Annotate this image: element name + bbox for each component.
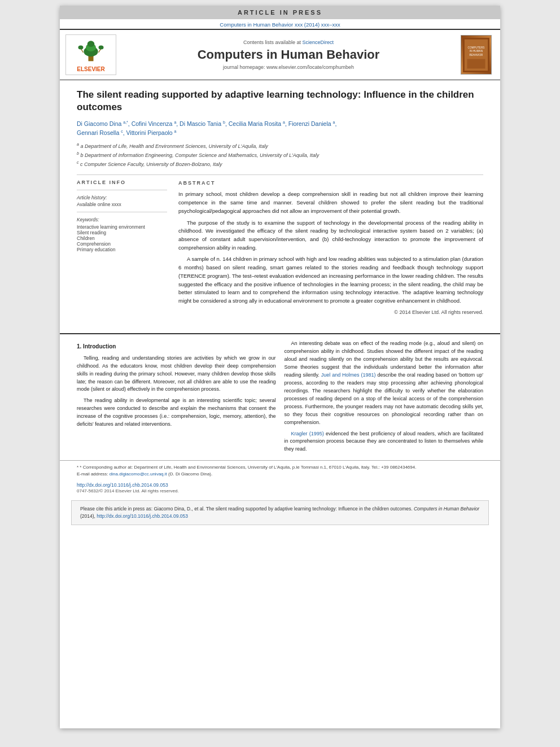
journal-homepage: journal homepage: www.elsevier.com/locat… — [122, 64, 455, 70]
article-title: The silent reading supported by adaptive… — [77, 89, 483, 113]
abstract-label: ABSTRACT — [178, 180, 483, 187]
footnote-corresponding: * * Corresponding author at: Department … — [77, 464, 483, 471]
contents-line: Contents lists available at ScienceDirec… — [122, 40, 455, 45]
keyword-2: Silent reading — [77, 230, 167, 235]
email-label: E-mail address: — [77, 471, 108, 477]
svg-text:COMPUTERS: COMPUTERS — [468, 46, 485, 49]
body-columns: 1. Introduction Telling, reading and und… — [60, 340, 500, 457]
intro-p2: The reading ability in developmental age… — [77, 397, 276, 429]
svg-point-7 — [99, 45, 104, 49]
journal-header: ELSEVIER Contents lists available at Sci… — [60, 29, 500, 80]
divider-under-label — [77, 190, 167, 190]
email-link[interactable]: dina.digiacomo@cc.univaq.it — [110, 471, 167, 477]
citation-journal: Computers in Human Behavior — [414, 506, 479, 512]
juel-holmes-ref[interactable]: Juel and Holmes (1981) — [321, 372, 376, 378]
affil-a: a a Department of Life, Health and Envir… — [77, 141, 483, 150]
kragler-ref[interactable]: Kragler (1995) — [291, 431, 324, 436]
keywords-label: Keywords: — [77, 217, 167, 222]
authors: Di Giacomo Dina a,*, Cofini Vincenza a, … — [77, 119, 483, 138]
citation-year: (2014), — [80, 513, 95, 519]
doi-text: Computers in Human Behavior xxx (2014) x… — [220, 21, 340, 28]
main-content: The silent reading supported by adaptive… — [60, 80, 500, 327]
elsevier-tree-icon — [74, 37, 108, 63]
intro-p1: Telling, reading and understanding stori… — [77, 355, 276, 394]
journal-cover-image: COMPUTERS IN HUMAN BEHAVIOR — [461, 35, 492, 75]
authors-text: Di Giacomo Dina a,*, Cofini Vincenza a, … — [77, 120, 336, 136]
journal-thumbnail: COMPUTERS IN HUMAN BEHAVIOR — [461, 35, 495, 75]
doi-link[interactable]: http://dx.doi.org/10.1016/j.chb.2014.09.… — [77, 482, 483, 488]
elsevier-logo: ELSEVIER — [65, 34, 116, 75]
affil-b: b b Department of Information Engineerin… — [77, 150, 483, 159]
body-col-left: 1. Introduction Telling, reading and und… — [77, 340, 276, 457]
journal-center: Contents lists available at ScienceDirec… — [122, 40, 455, 70]
svg-text:BEHAVIOR: BEHAVIOR — [470, 53, 483, 56]
citation-prefix: Please cite this article in press as: Gi… — [80, 506, 414, 512]
affil-c: c c Computer Science Faculty, University… — [77, 159, 483, 168]
keyword-1: Interactive learning environment — [77, 224, 167, 230]
article-info-col: ARTICLE INFO Article history: Available … — [77, 180, 167, 316]
intro-p3: An interesting debate was on effect of t… — [285, 340, 484, 426]
intro-heading: 1. Introduction — [77, 342, 276, 351]
doi-line: Computers in Human Behavior xxx (2014) x… — [60, 19, 500, 29]
affiliations: a a Department of Life, Health and Envir… — [77, 141, 483, 169]
email-suffix: (D. Di Giacomo Dina). — [168, 471, 212, 477]
divider-1 — [77, 174, 483, 175]
svg-text:IN HUMAN: IN HUMAN — [470, 50, 483, 53]
citation-box: Please cite this article in press as: Gi… — [71, 500, 489, 525]
svg-point-6 — [78, 45, 84, 49]
abstract-p2: The purpose of the study is to examine t… — [178, 219, 483, 252]
keyword-3: Children — [77, 235, 167, 241]
aip-text: ARTICLE IN PRESS — [238, 9, 322, 16]
journal-title: Computers in Human Behavior — [122, 47, 455, 62]
footnote-area: * * Corresponding author at: Department … — [60, 460, 500, 480]
bottom-links: http://dx.doi.org/10.1016/j.chb.2014.09.… — [60, 480, 500, 496]
citation-doi-link[interactable]: http://dx.doi.org/10.1016/j.chb.2014.09.… — [97, 513, 188, 519]
sciencedirect-link[interactable]: ScienceDirect — [303, 40, 334, 45]
bottom-copyright: 0747-5632/© 2014 Elsevier Ltd. All right… — [77, 488, 179, 493]
journal-page: ARTICLE IN PRESS Computers in Human Beha… — [60, 6, 500, 728]
article-info-abstract: ARTICLE INFO Article history: Available … — [77, 180, 483, 316]
keyword-4: Comprehension — [77, 241, 167, 247]
divider-keywords — [77, 212, 167, 212]
svg-point-3 — [88, 41, 95, 47]
history-label: Article history: — [77, 195, 167, 200]
footnote-email-line: E-mail address: dina.digiacomo@cc.univaq… — [77, 471, 483, 478]
contents-label: Contents lists available at — [243, 40, 301, 45]
copyright: © 2014 Elsevier Ltd. All rights reserved… — [178, 309, 483, 317]
svg-rect-13 — [467, 59, 485, 68]
abstract-p3: A sample of n. 144 children in primary s… — [178, 255, 483, 305]
footnote-text-content: * Corresponding author at: Department of… — [80, 465, 416, 470]
article-info-label: ARTICLE INFO — [77, 180, 167, 185]
keyword-5: Primary education — [77, 247, 167, 252]
intro-p4: Kragler (1995) evidenced the best profic… — [285, 430, 484, 454]
aip-banner: ARTICLE IN PRESS — [60, 6, 500, 19]
abstract-col: ABSTRACT In primary school, most childre… — [178, 180, 483, 316]
body-divider — [60, 333, 500, 334]
abstract-text: In primary school, most children develop… — [178, 190, 483, 305]
history-value: Available online xxxx — [77, 202, 167, 207]
body-col-right: An interesting debate was on effect of t… — [285, 340, 484, 457]
abstract-p1: In primary school, most children develop… — [178, 190, 483, 215]
elsevier-label: ELSEVIER — [68, 66, 113, 72]
